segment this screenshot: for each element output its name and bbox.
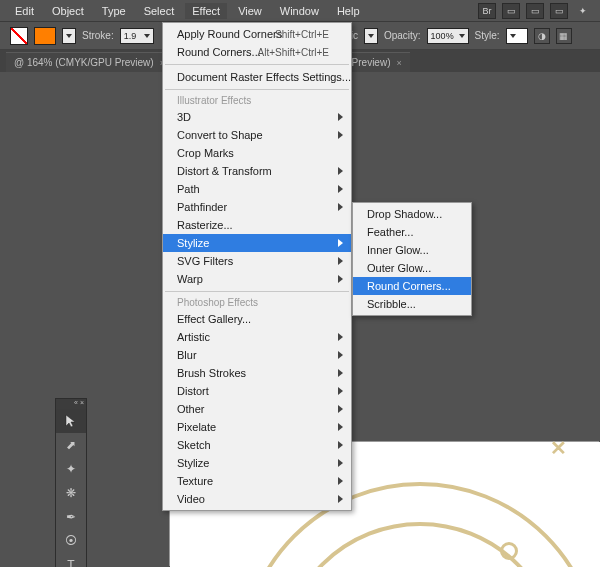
stroke-swatch[interactable] (34, 27, 56, 45)
mi-outer-glow[interactable]: Outer Glow... (353, 259, 471, 277)
document-tab-1-label: @ 164% (CMYK/GPU Preview) (14, 57, 154, 68)
close-tab-2-icon[interactable]: × (396, 58, 401, 68)
section-illustrator-effects: Illustrator Effects (163, 93, 351, 108)
mi-path[interactable]: Path (163, 180, 351, 198)
menu-effect[interactable]: Effect (185, 3, 227, 19)
mi-pixelate[interactable]: Pixelate (163, 418, 351, 436)
stylize-submenu: Drop Shadow... Feather... Inner Glow... … (352, 202, 472, 316)
bridge-button[interactable]: Br (478, 3, 496, 19)
mi-warp[interactable]: Warp (163, 270, 351, 288)
mi-effect-gallery[interactable]: Effect Gallery... (163, 310, 351, 328)
selection-icon (65, 414, 77, 428)
artwork-cross[interactable]: ✕ (550, 436, 567, 460)
stroke-weight-value: 1.9 (124, 31, 137, 41)
tool-direct-selection[interactable]: ⬈ (56, 433, 86, 457)
tool-selection[interactable] (56, 409, 86, 433)
mi-stylize-ps[interactable]: Stylize (163, 454, 351, 472)
mi-pathfinder[interactable]: Pathfinder (163, 198, 351, 216)
stroke-label: Stroke: (82, 30, 114, 41)
mi-raster-settings[interactable]: Document Raster Effects Settings... (163, 68, 351, 86)
opacity-input[interactable]: 100% (427, 28, 469, 44)
tools-panel-header[interactable]: « × (56, 399, 86, 409)
mi-round-corners[interactable]: Round Corners... (353, 277, 471, 295)
menu-help[interactable]: Help (330, 3, 367, 19)
tool-magic-wand[interactable]: ✦ (56, 457, 86, 481)
mi-texture[interactable]: Texture (163, 472, 351, 490)
opacity-label: Opacity: (384, 30, 421, 41)
menu-type[interactable]: Type (95, 3, 133, 19)
tool-type[interactable]: T (56, 553, 86, 567)
mi-crop-marks[interactable]: Crop Marks (163, 144, 351, 162)
mi-brush-strokes[interactable]: Brush Strokes (163, 364, 351, 382)
mi-svg-filters[interactable]: SVG Filters (163, 252, 351, 270)
stroke-weight-input[interactable]: 1.9 (120, 28, 154, 44)
fill-swatch[interactable] (10, 27, 28, 45)
mi-scribble[interactable]: Scribble... (353, 295, 471, 313)
mi-stylize[interactable]: Stylize (163, 234, 351, 252)
menu-object[interactable]: Object (45, 3, 91, 19)
document-tab-1[interactable]: @ 164% (CMYK/GPU Preview) × (6, 52, 173, 72)
align-icon[interactable]: ▦ (556, 28, 572, 44)
arrange-button-1[interactable]: ▭ (502, 3, 520, 19)
section-photoshop-effects: Photoshop Effects (163, 295, 351, 310)
menu-window[interactable]: Window (273, 3, 326, 19)
mi-last-effect-shortcut: Alt+Shift+Ctrl+E (258, 47, 329, 58)
artwork-dot[interactable] (500, 542, 518, 560)
mi-blur[interactable]: Blur (163, 346, 351, 364)
style-dropdown[interactable] (506, 28, 528, 44)
menu-separator (165, 64, 349, 65)
mi-distort-transform[interactable]: Distort & Transform (163, 162, 351, 180)
menubar-right-buttons: Br ▭ ▭ ▭ ✦ (478, 3, 600, 19)
menu-edit[interactable]: Edit (8, 3, 41, 19)
recolor-icon[interactable]: ◑ (534, 28, 550, 44)
stroke-type-dropdown[interactable] (62, 28, 76, 44)
mi-rasterize[interactable]: Rasterize... (163, 216, 351, 234)
mi-distort[interactable]: Distort (163, 382, 351, 400)
tools-panel[interactable]: « × ⬈ ✦ ❋ ✒ ⦿ T ╱ ▭ (55, 398, 87, 567)
menu-view[interactable]: View (231, 3, 269, 19)
tool-curvature[interactable]: ⦿ (56, 529, 86, 553)
mi-sketch[interactable]: Sketch (163, 436, 351, 454)
effect-menu: Apply Round Corners Shift+Ctrl+E Round C… (162, 22, 352, 511)
menu-select[interactable]: Select (137, 3, 182, 19)
mi-last-effect[interactable]: Round Corners... Alt+Shift+Ctrl+E (163, 43, 351, 61)
opacity-value: 100% (431, 31, 454, 41)
arrange-button-2[interactable]: ▭ (526, 3, 544, 19)
basic-dropdown[interactable] (364, 28, 378, 44)
mi-last-effect-label: Round Corners... (177, 46, 261, 58)
menu-separator (165, 89, 349, 90)
tool-lasso[interactable]: ❋ (56, 481, 86, 505)
style-label: Style: (475, 30, 500, 41)
mi-convert-to-shape[interactable]: Convert to Shape (163, 126, 351, 144)
mi-artistic[interactable]: Artistic (163, 328, 351, 346)
mi-inner-glow[interactable]: Inner Glow... (353, 241, 471, 259)
mi-feather[interactable]: Feather... (353, 223, 471, 241)
mi-apply-last-effect-label: Apply Round Corners (177, 28, 282, 40)
mi-drop-shadow[interactable]: Drop Shadow... (353, 205, 471, 223)
arrange-button-3[interactable]: ▭ (550, 3, 568, 19)
mi-apply-last-effect[interactable]: Apply Round Corners Shift+Ctrl+E (163, 25, 351, 43)
gpu-icon[interactable]: ✦ (574, 3, 592, 19)
mi-other[interactable]: Other (163, 400, 351, 418)
tool-pen[interactable]: ✒ (56, 505, 86, 529)
mi-video[interactable]: Video (163, 490, 351, 508)
mi-3d[interactable]: 3D (163, 108, 351, 126)
mi-apply-last-effect-shortcut: Shift+Ctrl+E (275, 29, 329, 40)
menubar: Edit Object Type Select Effect View Wind… (0, 0, 600, 22)
menu-separator (165, 291, 349, 292)
